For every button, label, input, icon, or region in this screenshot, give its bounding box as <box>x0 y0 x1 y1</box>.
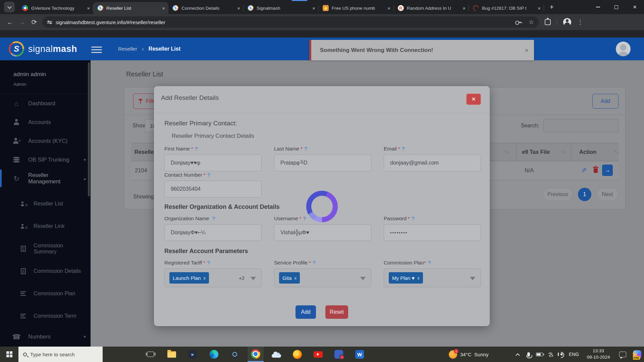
window-close-button[interactable]: × <box>626 0 644 14</box>
taskbar-youtube[interactable] <box>310 347 326 362</box>
last-name-input[interactable]: Pratapφ╙D <box>274 155 371 171</box>
sidebar-scrollbar[interactable] <box>88 62 90 196</box>
modal-reset-button[interactable]: Reset <box>325 305 348 319</box>
chip-remove-icon[interactable]: x <box>203 276 206 281</box>
taskbar-edge[interactable] <box>206 347 222 362</box>
commission-plan-multiselect[interactable]: My Plan ♥x <box>384 268 481 287</box>
dropdown-caret-icon[interactable] <box>251 277 256 280</box>
sidebar-item-numbers[interactable]: ☎ Numbers ▾ <box>0 327 91 346</box>
breadcrumb-parent[interactable]: Reseller <box>118 46 137 52</box>
tab-close-icon[interactable]: × <box>237 5 240 11</box>
window-minimize-button[interactable] <box>589 0 607 14</box>
tray-expand-button[interactable] <box>513 347 523 362</box>
help-icon[interactable]: ? <box>304 146 307 152</box>
tariff-chip[interactable]: Launch Planx <box>169 272 209 284</box>
taskbar-capture-tool[interactable] <box>227 347 243 362</box>
help-icon[interactable]: ? <box>303 216 306 221</box>
impersonate-login-button[interactable]: → <box>602 165 613 176</box>
sidebar-item-accounts[interactable]: Accounts <box>0 113 91 131</box>
browser-profile-avatar[interactable] <box>563 18 571 26</box>
help-icon[interactable]: ? <box>207 172 210 178</box>
sidebar-item-commission-term[interactable]: Commission Term <box>0 305 91 327</box>
bookmark-star-icon[interactable]: ☆ <box>529 18 534 26</box>
sidebar-item-reseller-list[interactable]: Reseller List <box>0 192 91 215</box>
browser-menu-icon[interactable]: ⋮ <box>577 18 583 26</box>
reload-button[interactable]: ⟳ <box>28 18 40 26</box>
tab-close-icon[interactable]: × <box>387 5 390 11</box>
pagination-page-1[interactable]: 1 <box>578 188 591 201</box>
organization-name-input[interactable]: DonjaayΦ♥⌐¼ <box>164 224 262 241</box>
sidebar-toggle-button[interactable] <box>91 45 102 55</box>
sidebar-item-ob-sip-trunking[interactable]: OB SIP Trunking ▾ <box>0 150 91 169</box>
username-input[interactable]: Vishal╬μΦ♥ <box>274 224 371 241</box>
tab-close-icon[interactable]: × <box>162 5 165 11</box>
tray-language[interactable]: ENG <box>567 347 581 362</box>
tray-microphone[interactable] <box>524 347 533 362</box>
tab-close-icon[interactable]: × <box>87 5 90 11</box>
help-icon[interactable]: ? <box>207 260 210 265</box>
sidebar-item-commission-plan[interactable]: Commission Plan <box>0 282 91 305</box>
action-center-button[interactable] <box>616 347 629 362</box>
contact-number-input[interactable]: 9602035404 <box>164 181 262 197</box>
service-profile-multiselect[interactable]: Gitax <box>274 268 371 287</box>
help-icon[interactable]: ? <box>313 260 316 265</box>
first-name-input[interactable]: Donjaay♥♥φ <box>164 155 262 171</box>
email-input[interactable]: donjaay@gmail.com <box>384 155 481 171</box>
tray-volume[interactable] <box>556 347 566 362</box>
tab-free-us-phone[interactable]: Free US phone numb × <box>319 2 394 14</box>
taskbar-chrome-active[interactable] <box>248 347 264 362</box>
help-icon[interactable]: ? <box>212 216 215 221</box>
copilot-button[interactable]: PRE <box>631 347 643 362</box>
sidebar-item-reseller-management[interactable]: ↻ Reseller Management ▴ <box>0 169 91 188</box>
back-button[interactable]: ← <box>4 18 16 26</box>
tab-close-icon[interactable]: × <box>538 5 541 11</box>
password-manager-icon[interactable] <box>515 20 521 24</box>
column-header-action[interactable]: Action <box>579 149 596 155</box>
help-icon[interactable]: ? <box>195 146 198 152</box>
edit-icon[interactable]: ✎ <box>581 167 587 174</box>
tray-wifi[interactable] <box>545 347 555 362</box>
taskbar-word[interactable]: W <box>352 347 368 362</box>
sort-icon[interactable]: ↑↓ <box>504 149 509 154</box>
taskbar-file-explorer[interactable] <box>164 347 180 362</box>
tab-random-address[interactable]: R Random Address In U × <box>394 2 469 14</box>
tab-bug-12817[interactable]: Bug #12817: OB SIP t × <box>469 2 544 14</box>
sort-icon[interactable]: ↑↓ <box>561 149 566 154</box>
forward-button[interactable]: → <box>16 18 28 26</box>
taskbar-weather[interactable]: 1 34°C Sunny <box>449 347 502 362</box>
taskbar-cloud-app[interactable] <box>268 347 284 362</box>
column-header-e9-tax-file[interactable]: e9 Tax File <box>522 149 550 155</box>
sidebar-item-commission-summary[interactable]: Commission Summary <box>0 237 91 260</box>
password-input[interactable]: •••••••• <box>384 224 481 241</box>
tab-gventure[interactable]: GVenture Technology × <box>18 2 93 14</box>
tab-close-icon[interactable]: × <box>312 5 315 11</box>
brand[interactable]: S signalmash <box>9 41 77 57</box>
profile-chip[interactable]: Gitax <box>279 272 300 284</box>
modal-close-button[interactable]: ✕ <box>466 94 481 105</box>
help-icon[interactable]: ? <box>428 260 431 265</box>
tray-clock[interactable]: 13:33 09-10-2024 <box>582 347 614 362</box>
tray-battery[interactable] <box>534 347 545 362</box>
taskbar-media-player[interactable]: ▶ <box>185 347 201 362</box>
taskbar-firefox[interactable] <box>289 347 305 362</box>
pagination-previous-button[interactable]: Previous <box>543 188 573 201</box>
tab-reseller-list[interactable]: S Reseller List × <box>93 2 168 14</box>
sidebar-item-dashboard[interactable]: ⌂ Dashboard <box>0 94 91 113</box>
new-tab-button[interactable]: + <box>547 2 557 12</box>
taskbar-teams[interactable] <box>331 347 347 362</box>
url-text[interactable]: signalmashdbtest.gventure.info/#/reselle… <box>56 19 512 25</box>
modal-add-button[interactable]: Add <box>296 305 316 319</box>
extensions-icon[interactable] <box>545 19 551 25</box>
tab-connection-details[interactable]: S Connection Details × <box>168 2 244 14</box>
dropdown-caret-icon[interactable] <box>360 277 366 280</box>
site-info-icon[interactable] <box>47 20 52 24</box>
task-view-button[interactable] <box>143 347 159 362</box>
window-maximize-button[interactable] <box>607 0 626 14</box>
tab-search-chevron-button[interactable] <box>4 2 15 12</box>
delete-icon[interactable] <box>594 167 598 174</box>
toast-close-button[interactable]: × <box>525 46 529 54</box>
tab-close-icon[interactable]: × <box>463 5 466 11</box>
tab-signalmash[interactable]: S Signalmash × <box>244 2 319 14</box>
address-bar[interactable]: signalmashdbtest.gventure.info/#/reselle… <box>42 16 539 28</box>
add-reseller-button[interactable]: Add <box>592 94 619 109</box>
